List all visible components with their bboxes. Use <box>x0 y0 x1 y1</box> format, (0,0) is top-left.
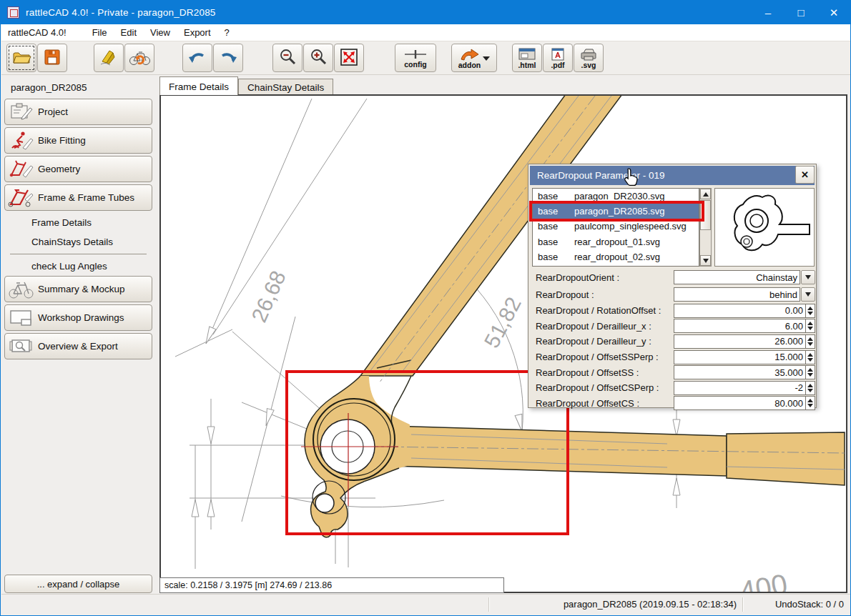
menu-file[interactable]: File <box>88 25 112 40</box>
spin-up-icon[interactable] <box>807 384 813 387</box>
menu-help[interactable]: ? <box>220 25 234 40</box>
menu-edit[interactable]: Edit <box>117 25 141 40</box>
offsetssperp-input[interactable]: 15.000 <box>674 350 806 364</box>
dialog-close-button[interactable]: ✕ <box>795 166 815 184</box>
addon-dropdown-caret-icon[interactable] <box>483 56 490 61</box>
sidebar-item-label: Workshop Drawings <box>38 312 124 323</box>
param-row: RearDropoutOrient : Chainstay <box>528 269 817 286</box>
open-file-button[interactable] <box>6 44 36 72</box>
derailleur-y-input[interactable]: 26.000 <box>674 334 806 349</box>
param-row: RearDropout / OffsetSS : 35.000 <box>528 364 817 380</box>
rotationoffset-input[interactable]: 0.00 <box>674 304 806 318</box>
spinner-buttons[interactable] <box>806 319 815 333</box>
dropdown-button[interactable] <box>801 287 815 302</box>
reardropoutorient-select[interactable]: Chainstay <box>674 270 800 284</box>
spinner-buttons[interactable] <box>806 334 815 349</box>
expand-collapse-button[interactable]: ... expand / collapse <box>4 575 152 593</box>
offsetcsperp-input[interactable]: -2 <box>674 381 806 395</box>
mouse-cursor-icon <box>622 167 641 191</box>
list-item[interactable]: base rear_dropout_02.svg <box>533 249 699 264</box>
spin-up-icon[interactable] <box>807 337 813 341</box>
zoom-fit-button[interactable] <box>334 44 364 72</box>
param-label: RearDropoutOrient : <box>528 272 619 283</box>
sidebar-item-summary-mockup[interactable]: Summary & Mockup <box>4 276 152 302</box>
zoom-in-button[interactable] <box>303 44 333 72</box>
spin-down-icon[interactable] <box>807 358 813 362</box>
edit-tube-button[interactable] <box>94 44 124 72</box>
spinner-buttons[interactable] <box>806 396 815 410</box>
config-button[interactable]: config <box>395 44 436 72</box>
sidebar-item-geometry[interactable]: Geometry <box>4 156 152 182</box>
scroll-up-button[interactable] <box>700 189 711 199</box>
scroll-down-button[interactable] <box>700 255 711 266</box>
redo-button[interactable] <box>213 44 243 72</box>
derailleur-x-input[interactable]: 6.00 <box>674 319 806 333</box>
spin-down-icon[interactable] <box>807 404 813 407</box>
menu-export[interactable]: Export <box>179 25 215 40</box>
undo-button[interactable] <box>182 44 212 72</box>
export-pdf-button[interactable]: .pdf <box>543 44 573 72</box>
spinner-buttons[interactable] <box>806 304 815 318</box>
reardropout-select[interactable]: behind <box>674 287 800 302</box>
file-type: base <box>533 237 574 247</box>
spinner-buttons[interactable] <box>806 365 815 379</box>
save-button[interactable] <box>37 44 67 72</box>
spin-up-icon[interactable] <box>807 368 813 372</box>
spin-down-icon[interactable] <box>807 327 813 330</box>
menu-rattlecad[interactable]: rattleCAD 4.0! <box>4 25 71 40</box>
bike-refresh-icon <box>129 48 150 69</box>
app-window: rattleCAD 4.0! - Private - paragon_DR208… <box>0 0 851 616</box>
sidebar-link-frame-details[interactable]: Frame Details <box>1 213 155 232</box>
rebuild-bike-button[interactable] <box>124 44 154 72</box>
file-name: paragon_DR2030.svg <box>574 191 664 202</box>
maximize-button[interactable]: □ <box>784 1 817 24</box>
offsetss-input[interactable]: 35.000 <box>674 365 806 379</box>
sidebar-item-workshop-drawings[interactable]: Workshop Drawings <box>4 304 152 331</box>
export-html-button[interactable]: .html <box>512 44 542 72</box>
sidebar-item-bike-fitting[interactable]: Bike Fitting <box>4 127 152 154</box>
addon-label: addon <box>458 61 481 69</box>
sidebar: paragon_DR2085 Project Bike Fitting Geom… <box>1 75 155 595</box>
list-scrollbar[interactable] <box>699 188 712 267</box>
dropout-file-list[interactable]: base paragon_DR2030.svg base paragon_DR2… <box>532 188 699 267</box>
param-label: RearDropout : <box>528 289 594 300</box>
spin-down-icon[interactable] <box>807 312 813 315</box>
zoom-out-button[interactable] <box>272 44 302 72</box>
spin-up-icon[interactable] <box>807 399 813 402</box>
minimize-button[interactable]: – <box>752 1 784 24</box>
file-name: rear_dropout_01.svg <box>574 237 660 247</box>
dialog-title-bar[interactable]: RearDropout Parameter - 019 <box>530 166 815 185</box>
spin-up-icon[interactable] <box>807 322 813 325</box>
dropdown-button[interactable] <box>801 270 815 284</box>
spinner-buttons[interactable] <box>806 381 815 395</box>
spinner-buttons[interactable] <box>806 350 815 364</box>
spin-down-icon[interactable] <box>807 389 813 392</box>
param-label: RearDropout / Derailleur_y : <box>528 336 651 347</box>
sidebar-link-check-lug-angles[interactable]: check Lug Angles <box>1 257 155 276</box>
tab-chainstay-details[interactable]: ChainStay Details <box>238 79 333 95</box>
param-label: RearDropout / OffsetCSPerp : <box>528 382 659 393</box>
dim-seatstay-text: 26,68 <box>247 267 290 326</box>
sidebar-item-label: Geometry <box>38 164 80 174</box>
list-item[interactable]: base rear_dropout_01.svg <box>533 234 699 249</box>
file-name: rear_dropout_02.svg <box>574 252 660 262</box>
tab-frame-details[interactable]: Frame Details <box>159 76 238 95</box>
param-row: RearDropout / OffsetCS : 80.000 <box>528 396 817 412</box>
param-label: RearDropout / Derailleur_x : <box>528 321 651 332</box>
sidebar-item-project[interactable]: Project <box>4 99 152 125</box>
addon-button[interactable]: addon <box>451 44 497 72</box>
zoom-out-icon <box>278 48 297 69</box>
scale-readout: scale: 0.2158 / 3.1975 [m] 274.69 / 213.… <box>159 577 504 593</box>
sidebar-item-overview-export[interactable]: Overview & Export <box>4 333 152 359</box>
file-type: base <box>533 221 574 232</box>
sidebar-link-chainstays-details[interactable]: ChainStays Details <box>1 232 155 252</box>
menu-view[interactable]: View <box>146 25 174 40</box>
spin-up-icon[interactable] <box>807 353 813 357</box>
sidebar-item-frame-tubes[interactable]: Frame & Frame Tubes <box>4 184 152 211</box>
export-svg-button[interactable]: .svg <box>574 44 604 72</box>
spin-up-icon[interactable] <box>807 307 813 310</box>
offsetcs-input[interactable]: 80.000 <box>674 396 806 410</box>
spin-down-icon[interactable] <box>807 373 813 377</box>
spin-down-icon[interactable] <box>807 342 813 346</box>
close-button[interactable]: ✕ <box>817 1 850 24</box>
